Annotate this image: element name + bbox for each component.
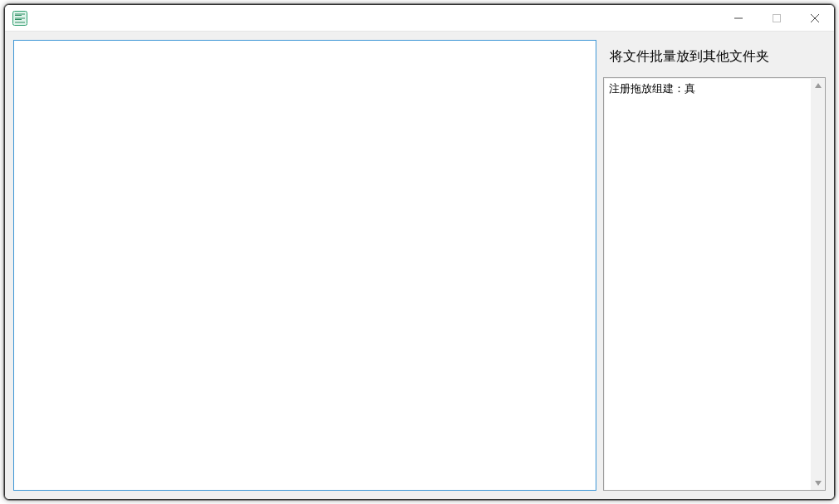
side-panel-heading: 将文件批量放到其他文件夹 [603, 40, 826, 77]
maximize-button [758, 5, 796, 31]
scrollbar-track[interactable] [811, 92, 825, 476]
scroll-up-arrow-icon[interactable] [811, 78, 825, 92]
client-area: 将文件批量放到其他文件夹 注册拖放组建：真 [5, 32, 834, 499]
svg-rect-2 [773, 14, 781, 22]
app-window: 将文件批量放到其他文件夹 注册拖放组建：真 [4, 4, 835, 500]
log-box: 注册拖放组建：真 [603, 77, 826, 491]
drop-zone-panel [13, 40, 596, 491]
close-icon [811, 14, 819, 22]
window-controls [719, 5, 834, 31]
file-drop-textarea[interactable] [14, 41, 596, 490]
app-icon [12, 10, 28, 27]
log-scrollbar[interactable] [811, 78, 825, 490]
log-content[interactable]: 注册拖放组建：真 [604, 78, 811, 490]
titlebar[interactable] [5, 5, 834, 32]
scroll-down-arrow-icon[interactable] [811, 476, 825, 490]
minimize-icon [734, 14, 743, 22]
close-button[interactable] [796, 5, 834, 31]
minimize-button[interactable] [719, 5, 758, 31]
maximize-icon [773, 14, 781, 22]
side-panel: 将文件批量放到其他文件夹 注册拖放组建：真 [603, 40, 826, 491]
